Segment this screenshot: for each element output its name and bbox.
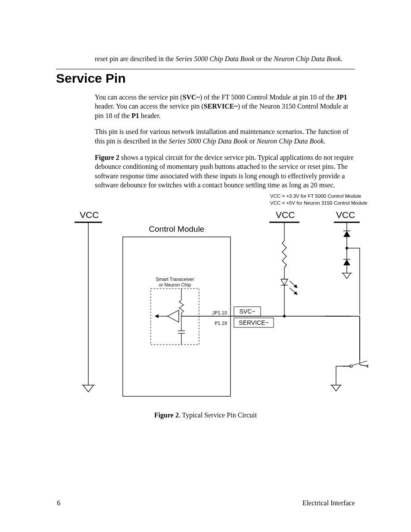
svc-label: SVC~: [240, 308, 255, 315]
text: header. You can access the service pin (: [95, 103, 204, 110]
header-jp1: JP1: [336, 93, 347, 101]
paragraph-1: You can access the service pin (SVC~) of…: [95, 93, 355, 121]
text: .: [341, 55, 342, 62]
book-ref-3: Series 5000 Chip Data Book: [169, 137, 248, 145]
circuit-diagram-svg: VCC VCC VCC: [67, 207, 368, 398]
control-module-label: Control Module: [149, 224, 205, 233]
book-ref-1: Series 5000 Chip Data Book: [175, 55, 254, 62]
pin-service: SERVICE~: [204, 103, 238, 110]
header-p1: P1: [131, 112, 139, 119]
text: .: [324, 137, 325, 145]
paragraph-2: This pin is used for various network ins…: [95, 127, 355, 146]
svg-line-6: [290, 281, 297, 288]
figure-number: Figure 2: [154, 411, 179, 419]
text: or the: [255, 55, 274, 62]
text: You can access the service pin (: [95, 93, 183, 101]
text: or: [248, 137, 257, 145]
p1-pin-label: P1.18: [215, 320, 227, 326]
pin-svc: SVC~: [183, 93, 200, 101]
svg-line-7: [290, 288, 297, 295]
smart-label: Smart Transceiver: [156, 277, 194, 282]
svg-rect-23: [151, 289, 199, 345]
book-ref-2: Neuron Chip Data Book: [274, 55, 340, 62]
vcc-mid-label: VCC: [276, 210, 295, 220]
service-label: SERVICE~: [239, 319, 268, 326]
figure-2: VCC VCC VCC: [67, 207, 368, 398]
figure-caption: Figure 2. Typical Service Pin Circuit: [0, 411, 411, 419]
vcc-left-label: VCC: [80, 210, 99, 220]
vcc-right-label: VCC: [336, 210, 355, 220]
vcc-note-1: VCC = +3.3V for FT 5000 Control Module: [270, 193, 382, 200]
neuron-chip-label: or Neuron Chip: [159, 282, 191, 287]
svg-marker-17: [343, 259, 350, 265]
page-number: 6: [57, 499, 60, 507]
jp1-pin-label: JP1.10: [212, 310, 227, 315]
svg-rect-22: [123, 237, 230, 396]
figure-caption-text: . Typical Service Pin Circuit: [179, 411, 257, 419]
vcc-notes: VCC = +3.3V for FT 5000 Control Module V…: [270, 193, 382, 206]
text: header.: [139, 112, 161, 119]
paragraph-3: Figure 2 shows a typical circuit for the…: [95, 153, 355, 190]
section-rule: [56, 69, 355, 69]
figure-ref: Figure 2: [95, 154, 119, 161]
book-ref-4: Neuron Chip Data Book: [257, 137, 324, 145]
text: ) of the FT 5000 Control Module at pin 1…: [200, 93, 336, 101]
vcc-note-2: VCC = +5V for Neuron 3150 Control Module: [270, 200, 382, 207]
intro-paragraph: reset pin are described in the Series 50…: [95, 54, 355, 64]
section-title: Service Pin: [56, 71, 355, 86]
text: shows a typical circuit for the device s…: [95, 154, 354, 189]
svg-marker-12: [343, 231, 350, 237]
chapter-name: Electrical Interface: [302, 499, 355, 507]
page: reset pin are described in the Series 50…: [0, 0, 411, 532]
text: reset pin are described in the: [95, 55, 175, 62]
